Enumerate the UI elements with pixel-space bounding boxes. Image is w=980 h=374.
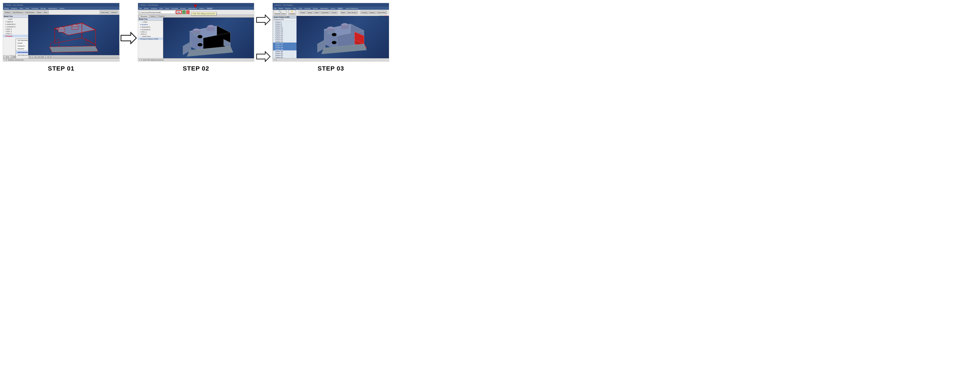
relations-btn[interactable]: Relations	[110, 10, 118, 14]
merge-btn-s3[interactable]: Merge	[307, 11, 313, 14]
menu-annotate[interactable]: Annotate	[32, 8, 38, 9]
surface-195[interactable]: Surface 195	[273, 50, 296, 53]
tree-item-bokorys[interactable]: ✏ BOKORYS	[3, 23, 28, 25]
iod-button[interactable]: IOD	[176, 10, 182, 14]
menu-applications[interactable]: Applications	[48, 8, 57, 9]
menu-view[interactable]: View	[20, 8, 23, 9]
s2-tree-bokorys[interactable]: ✏ BOKORYS	[138, 26, 163, 28]
s3-menu-export[interactable]: Export	[331, 8, 335, 9]
s2-menu-annotate[interactable]: Annotate	[171, 8, 178, 9]
tab-placement[interactable]: Placement	[139, 15, 149, 18]
mirror-btn[interactable]: Mirror	[43, 10, 49, 14]
edit-refs-btn[interactable]: Edit References	[12, 10, 24, 14]
surface-161[interactable]: Surface 161	[273, 39, 296, 41]
watch-btn[interactable]: Watch	[340, 11, 346, 14]
s2-tree-prt[interactable]: 📄 1.PRT	[138, 21, 163, 23]
s2-menu-model[interactable]: Model	[144, 8, 148, 9]
surface-61[interactable]: Surface 61	[273, 25, 296, 27]
surface-175[interactable]: Surface 175	[273, 43, 296, 45]
ctx-suppress[interactable]: Suppress	[16, 45, 28, 47]
s2-tree-osaz[interactable]: / OSA_Z	[138, 33, 163, 35]
geometry-checks-btn[interactable]: 🔍 Geometry Checks	[274, 10, 286, 15]
accept-btn[interactable]: ✓	[182, 10, 186, 14]
tree-item-osaz[interactable]: / OSA_Z	[3, 32, 28, 35]
merge-btn[interactable]: Merge	[36, 10, 42, 14]
freeze-btn[interactable]: Freezing	[360, 11, 368, 14]
cancel-btn[interactable]: ✗	[186, 10, 189, 14]
surface-0[interactable]: Surface 0	[273, 21, 296, 23]
s2-tree-osax[interactable]: / OSA_X	[138, 31, 163, 33]
tab-vyk[interactable]: Vyk	[27, 56, 32, 58]
tab-vyk-cad-delta[interactable]: Vyk_Cad_Delta	[33, 56, 45, 58]
surface-145[interactable]: Surface 145	[273, 31, 296, 33]
surface-189[interactable]: Surface 189	[273, 48, 296, 50]
surface-110[interactable]: Surface 110	[273, 27, 296, 29]
datum-plane-btn[interactable]: Datum Plane	[377, 11, 387, 14]
surface-149[interactable]: Surface 149	[273, 35, 296, 37]
s2-tree-pudorys[interactable]: ✏ PUDORYS	[138, 28, 163, 31]
family-table-btn[interactable]: Family Table	[100, 10, 110, 14]
s2-menu-view[interactable]: View	[159, 8, 163, 9]
surface-177[interactable]: Surface 177	[273, 45, 296, 46]
s3-menu-import[interactable]: Import	[337, 8, 343, 9]
s3-menu-annotate[interactable]: Annotate	[304, 8, 310, 9]
surface-209[interactable]: Surface 209	[273, 56, 296, 58]
ctx-delete[interactable]: Delete	[16, 42, 28, 45]
tree-item-osax[interactable]: / OSA_X	[3, 28, 28, 30]
s2-menu-analysis[interactable]: Analysis	[151, 8, 157, 9]
s2-menu-tools[interactable]: Tools	[165, 8, 169, 9]
tree-item-pudorys[interactable]: ✏ PUDORYS	[3, 25, 28, 28]
detach-btn[interactable]: Detach	[300, 11, 306, 14]
menu-analysis[interactable]: Analysis	[11, 8, 17, 9]
menu-model[interactable]: Model	[4, 8, 9, 9]
divide-btn[interactable]: Divide	[313, 11, 320, 14]
surface-147[interactable]: Surface 147	[273, 33, 296, 35]
surface-101[interactable]: Surface 101	[273, 37, 296, 39]
tab-options[interactable]: Options	[149, 15, 157, 18]
activation-btn[interactable]: ⚡ Activation	[288, 10, 296, 15]
tree-item-narys[interactable]: ✏ NARYS	[3, 21, 28, 23]
s3-menu-import-dd[interactable]: Import DataDoctor	[345, 8, 359, 9]
surface-12[interactable]: Surface 12	[273, 23, 296, 25]
s2-menu-file[interactable]: File	[139, 8, 142, 9]
replace-btn[interactable]: Replace	[4, 10, 11, 14]
surface-179[interactable]: Surface 179	[273, 46, 296, 48]
surface-207[interactable]: Surface 207	[273, 54, 296, 56]
s2-tree-insert[interactable]: → Insert Here	[138, 35, 163, 38]
tab-narye[interactable]: Narye	[4, 56, 11, 58]
s2-tree-import-feature[interactable]: ★ Import Feature id 863	[138, 38, 163, 40]
gaps-holes-btn[interactable]: Gaps/Holes	[320, 11, 330, 14]
replace-btn-s3[interactable]: Replace	[369, 11, 376, 14]
s3-menu-view[interactable]: View	[293, 8, 296, 9]
s3-menu-file[interactable]: File	[274, 8, 276, 9]
s3-menu-applications[interactable]: Applications	[320, 8, 328, 9]
tree-item-import[interactable]: ★ Import	[3, 35, 28, 37]
filepath-input[interactable]	[139, 11, 175, 14]
s3-menu-model[interactable]: Model	[278, 8, 283, 9]
s3-menu-analysis[interactable]: Analysis	[285, 8, 291, 9]
surface-173[interactable]: Surface 173	[273, 41, 296, 43]
s2-menu-import[interactable]: Import	[206, 8, 213, 9]
s2-menu-export[interactable]: Export	[199, 8, 204, 9]
menu-export[interactable]: Export	[60, 8, 64, 9]
ctx-setup-note[interactable]: Setup Note	[16, 57, 28, 58]
tab-vyk-3d[interactable]: Vyk_3D	[46, 56, 53, 58]
ctx-edit-definition[interactable]: Edit Definition	[16, 51, 28, 54]
s3-menu-render[interactable]: Render	[313, 8, 318, 9]
menu-render[interactable]: Render	[41, 8, 46, 9]
tree-item-osay[interactable]: / OSA_Y	[3, 30, 28, 32]
edit-def-btn[interactable]: Edit Definition	[25, 10, 35, 14]
menu-tools[interactable]: Tools	[25, 8, 29, 9]
tab-properties[interactable]: Properties	[157, 15, 166, 18]
s2-tree-narys[interactable]: ✏ NARYS	[138, 23, 163, 26]
tree-item-prt[interactable]: 📄 1.PRT	[3, 18, 28, 21]
s2-menu-render[interactable]: Render	[180, 8, 186, 9]
ctx-edit-references[interactable]: Edit References	[16, 54, 28, 57]
ctx-set-representation[interactable]: Set Representation to	[16, 39, 28, 42]
s3-menu-tools[interactable]: Tools	[299, 8, 302, 9]
convert-btn[interactable]: Convert	[330, 11, 338, 14]
surface-203[interactable]: Surface 203	[273, 53, 296, 54]
ctx-rename[interactable]: Rename	[16, 47, 28, 50]
surface-118[interactable]: Surface 118	[273, 29, 296, 31]
move-vertices-btn[interactable]: Move Vertices	[347, 11, 358, 14]
